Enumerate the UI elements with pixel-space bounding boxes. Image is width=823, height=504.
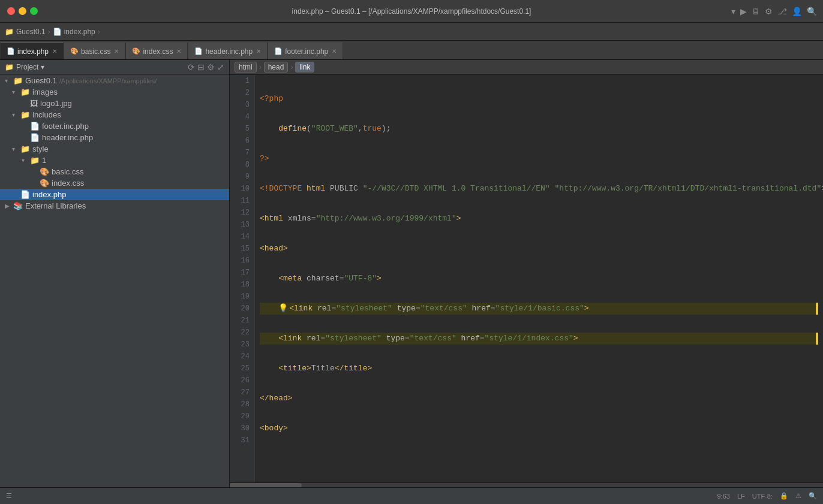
- sidebar-toggle-icon[interactable]: ☰: [6, 492, 12, 500]
- tree-index-css[interactable]: 🎨 index.css: [0, 177, 229, 189]
- breadcrumb-arrow-2: ›: [290, 63, 293, 71]
- tree-external-libraries[interactable]: ▶ 📚 External Libraries: [0, 200, 229, 212]
- git-icon[interactable]: ⎇: [777, 7, 787, 16]
- main-layout: 📁 Project ▾ ⟳ ⊟ ⚙ ⤢ ▾ 📁 Guest0.1 /Applic…: [0, 60, 823, 487]
- external-libraries-icon: 📚: [13, 201, 23, 210]
- breadcrumb-separator: ›: [48, 28, 50, 36]
- code-line-10: <title>Title</title>: [260, 363, 818, 375]
- monitor-icon[interactable]: 🖥: [752, 7, 760, 16]
- status-right: 9:63 LF UTF-8: 🔒 ⚠ 🔍: [717, 492, 818, 500]
- tree-label-1: 1: [42, 156, 46, 165]
- window-title: index.php – Guest0.1 – [/Applications/XA…: [292, 7, 531, 16]
- sidebar-project-label: Project: [16, 63, 38, 71]
- tree-footer-inc-php[interactable]: 📄 footer.inc.php: [0, 120, 229, 132]
- code-line-5: <html xmlns="http://www.w3.org/1999/xhtm…: [260, 213, 818, 225]
- sidebar-header: 📁 Project ▾ ⟳ ⊟ ⚙ ⤢: [0, 60, 229, 75]
- code-line-3: ?>: [260, 153, 818, 165]
- tab-label-2: index.css: [143, 47, 173, 56]
- status-bar: ☰ 9:63 LF UTF-8: 🔒 ⚠ 🔍: [0, 487, 823, 504]
- search-icon[interactable]: 🔍: [807, 7, 817, 16]
- file-icon-footer: 📄: [30, 122, 40, 131]
- sidebar-folder-icon: 📁: [5, 63, 14, 71]
- breadcrumb-pill-html[interactable]: html: [235, 62, 257, 73]
- tab-label-4: footer.inc.php: [285, 47, 328, 56]
- tab-icon-2: 🎨: [132, 47, 140, 55]
- window-controls: [7, 7, 38, 15]
- tab-close-0[interactable]: ✕: [52, 48, 57, 55]
- file-icon-index-css: 🎨: [40, 179, 49, 188]
- tab-close-3[interactable]: ✕: [256, 48, 261, 55]
- tab-footer-inc-php[interactable]: 📄 footer.inc.php ✕: [268, 43, 343, 59]
- tab-label-0: index.php: [17, 47, 49, 56]
- code-content: <?php define("ROOT_WEB",true); ?> <!DOCT…: [255, 75, 823, 482]
- lock-icon: 🔒: [780, 492, 788, 500]
- code-line-8: 💡<link rel="stylesheet" type="text/css" …: [260, 303, 818, 315]
- tree-images-folder[interactable]: ▾ 📁 images: [0, 86, 229, 98]
- tab-index-php[interactable]: 📄 index.php ✕: [0, 43, 64, 59]
- tree-label-root: Guest0.1: [25, 76, 57, 85]
- file-icon-basic-css: 🎨: [40, 167, 49, 176]
- tree-label-style: style: [32, 144, 49, 153]
- scrollbar-thumb[interactable]: [230, 483, 302, 487]
- folder-icon-style: 📁: [20, 144, 30, 153]
- tree-style-folder[interactable]: ▾ 📁 style: [0, 143, 229, 155]
- tree-arrow-root: ▾: [5, 77, 12, 84]
- avatar-icon[interactable]: 👤: [792, 7, 802, 16]
- tree-header-inc-php[interactable]: 📄 header.inc.php: [0, 132, 229, 143]
- breadcrumb-pill-link[interactable]: link: [295, 62, 314, 73]
- horizontal-scrollbar[interactable]: [230, 482, 823, 487]
- tab-close-1[interactable]: ✕: [114, 48, 119, 55]
- tree-label-images: images: [32, 87, 58, 96]
- code-line-7: <meta charset="UTF-8">: [260, 273, 818, 285]
- sidebar-actions: ⟳ ⊟ ⚙ ⤢: [188, 62, 224, 72]
- tree-basic-css[interactable]: 🎨 basic.css: [0, 166, 229, 177]
- tab-basic-css[interactable]: 🎨 basic.css ✕: [64, 43, 125, 59]
- editor-area: html › head › link 12345 678910 11121314…: [230, 60, 823, 487]
- search-status-icon[interactable]: 🔍: [809, 492, 817, 500]
- tab-close-2[interactable]: ✕: [176, 48, 181, 55]
- breadcrumb-root[interactable]: Guest0.1: [16, 28, 46, 36]
- tree-root[interactable]: ▾ 📁 Guest0.1 /Applications/XAMPP/xamppfi…: [0, 75, 229, 86]
- tab-index-css[interactable]: 🎨 index.css ✕: [125, 43, 188, 59]
- sidebar-dropdown-arrow[interactable]: ▾: [41, 63, 44, 71]
- folder-icon-images: 📁: [20, 87, 30, 96]
- breadcrumb-end: ›: [98, 28, 100, 36]
- breadcrumb-pill-head[interactable]: head: [264, 62, 289, 73]
- tree-1-folder[interactable]: ▾ 📁 1: [0, 155, 229, 166]
- play-icon[interactable]: ▶: [740, 7, 747, 16]
- chevron-down-icon[interactable]: ▾: [731, 7, 735, 16]
- code-line-11: </head>: [260, 393, 818, 405]
- breadcrumb-file[interactable]: index.php: [64, 28, 95, 36]
- settings-tree-button[interactable]: ⚙: [207, 62, 215, 72]
- tree-label-header: header.inc.php: [42, 133, 93, 142]
- file-icon-header: 📄: [30, 133, 40, 142]
- title-bar-actions: ▾ ▶ 🖥 ⚙ ⎇ 👤 🔍: [731, 7, 817, 16]
- folder-icon: 📁: [5, 28, 14, 36]
- sync-button[interactable]: ⟳: [188, 62, 195, 72]
- maximize-button[interactable]: [30, 7, 38, 15]
- minimize-button[interactable]: [19, 7, 26, 15]
- tree-index-php[interactable]: 📄 index.php: [0, 189, 229, 200]
- tab-header-inc-php[interactable]: 📄 header.inc.php ✕: [188, 43, 268, 59]
- collapse-all-button[interactable]: ⊟: [197, 62, 205, 72]
- tree-label-footer: footer.inc.php: [42, 122, 89, 131]
- close-button[interactable]: [7, 7, 15, 15]
- tab-close-4[interactable]: ✕: [332, 48, 337, 55]
- tree-includes-folder[interactable]: ▾ 📁 includes: [0, 109, 229, 120]
- tabs-bar: 📄 index.php ✕ 🎨 basic.css ✕ 🎨 index.css …: [0, 41, 823, 60]
- encoding: UTF-8:: [752, 493, 773, 500]
- tree-logo1-jpg[interactable]: 🖼 logo1.jpg: [0, 98, 229, 109]
- tree-label-basic-css: basic.css: [52, 167, 83, 176]
- project-toolbar: 📁 Guest0.1 › 📄 index.php ›: [0, 23, 823, 41]
- tree-label-external: External Libraries: [25, 201, 86, 210]
- folder-icon-1: 📁: [30, 156, 40, 165]
- editor-breadcrumb: html › head › link: [230, 60, 823, 75]
- breadcrumb-arrow-1: ›: [259, 63, 262, 71]
- tab-icon-3: 📄: [194, 47, 203, 55]
- settings-icon[interactable]: ⚙: [765, 7, 773, 16]
- code-line-2: define("ROOT_WEB",true);: [260, 123, 818, 135]
- code-editor[interactable]: 12345 678910 1112131415 1617181920 21222…: [230, 75, 823, 482]
- file-icon: 📄: [53, 28, 62, 36]
- tab-icon-1: 🎨: [70, 47, 79, 55]
- expand-button[interactable]: ⤢: [217, 62, 224, 72]
